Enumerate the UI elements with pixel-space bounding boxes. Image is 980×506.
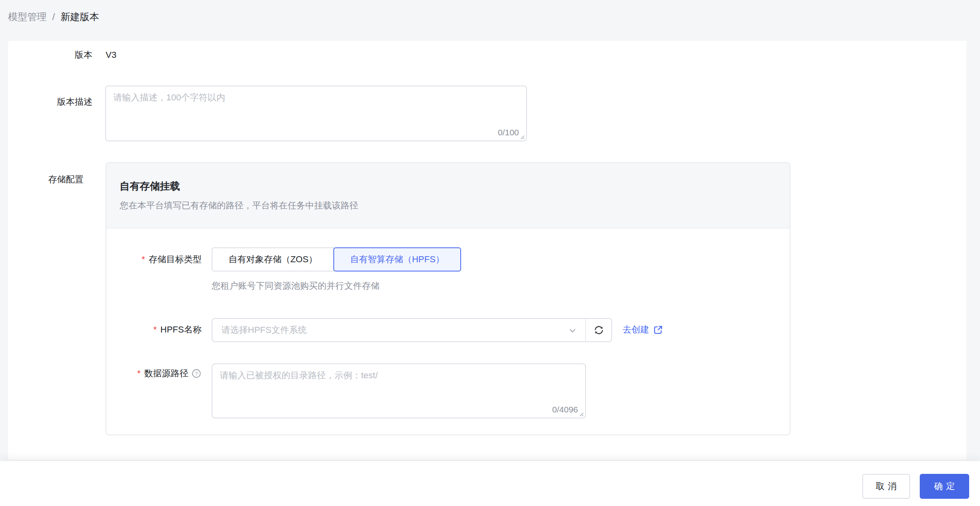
cancel-button[interactable]: 取消 <box>862 474 910 499</box>
page: 模型管理 / 新建版本 版本 V3 版本描述 0/100 存储配置 自有存储挂载… <box>0 0 980 506</box>
required-asterisk: * <box>137 368 141 379</box>
go-create-link-label: 去创建 <box>623 324 649 336</box>
version-value: V3 <box>106 49 116 61</box>
storage-config-label: 存储配置 <box>8 174 84 185</box>
storage-type-option-zos[interactable]: 自有对象存储（ZOS） <box>212 247 334 271</box>
description-textarea-wrap: 0/100 <box>105 86 527 141</box>
breadcrumb-model-management[interactable]: 模型管理 <box>8 10 47 23</box>
hpfs-select[interactable]: 请选择HPFS文件系统 <box>212 319 585 341</box>
go-create-link[interactable]: 去创建 <box>623 324 664 336</box>
svg-text:?: ? <box>195 371 198 377</box>
resize-grip-icon[interactable] <box>519 133 525 140</box>
storage-panel-title: 自有存储挂载 <box>120 179 790 193</box>
question-circle-icon[interactable]: ? <box>191 368 202 379</box>
storage-type-option-hpfs[interactable]: 自有智算存储（HPFS） <box>333 247 461 271</box>
description-label: 版本描述 <box>8 96 92 108</box>
data-path-textarea-wrap: 0/4096 <box>212 363 586 418</box>
refresh-button[interactable] <box>586 319 611 341</box>
sync-icon <box>593 324 605 336</box>
storage-panel-header: 自有存储挂载 您在本平台填写已有存储的路径，平台将在任务中挂载该路径 <box>106 163 790 229</box>
chevron-down-icon <box>567 324 578 336</box>
data-path-textarea[interactable] <box>212 363 586 418</box>
resize-grip-icon[interactable] <box>578 410 584 417</box>
data-path-label: 数据源路径 <box>144 368 188 379</box>
hpfs-name-label: HPFS名称 <box>160 324 202 335</box>
breadcrumb-new-version: 新建版本 <box>61 10 99 23</box>
storage-target-type-label: 存储目标类型 <box>149 254 202 265</box>
description-textarea[interactable] <box>105 86 527 141</box>
required-asterisk: * <box>141 254 145 265</box>
breadcrumb: 模型管理 / 新建版本 <box>8 10 99 23</box>
form-card: 版本 V3 版本描述 0/100 存储配置 自有存储挂载 您在本平台填写已有存储… <box>8 41 966 460</box>
description-counter: 0/100 <box>498 128 519 137</box>
storage-type-helper-text: 您租户账号下同资源池购买的并行文件存储 <box>212 280 380 292</box>
hpfs-name-label-row: * HPFS名称 <box>106 324 202 335</box>
version-label: 版本 <box>8 49 92 61</box>
breadcrumb-separator: / <box>52 11 55 22</box>
external-link-icon <box>653 324 664 335</box>
confirm-button[interactable]: 确定 <box>920 474 969 499</box>
storage-panel-subtitle: 您在本平台填写已有存储的路径，平台将在任务中挂载该路径 <box>120 200 790 211</box>
storage-type-option-group: 自有对象存储（ZOS） 自有智算存储（HPFS） <box>212 247 461 271</box>
data-path-label-row: * 数据源路径 ? <box>106 368 202 379</box>
required-asterisk: * <box>153 324 157 335</box>
storage-panel: 自有存储挂载 您在本平台填写已有存储的路径，平台将在任务中挂载该路径 * 存储目… <box>106 162 790 435</box>
data-path-counter: 0/4096 <box>552 405 578 414</box>
hpfs-select-group: 请选择HPFS文件系统 <box>212 318 612 342</box>
hpfs-select-placeholder: 请选择HPFS文件系统 <box>221 324 567 336</box>
storage-target-type-label-row: * 存储目标类型 <box>106 254 202 265</box>
footer-action-bar: 取消 确定 <box>0 461 980 506</box>
